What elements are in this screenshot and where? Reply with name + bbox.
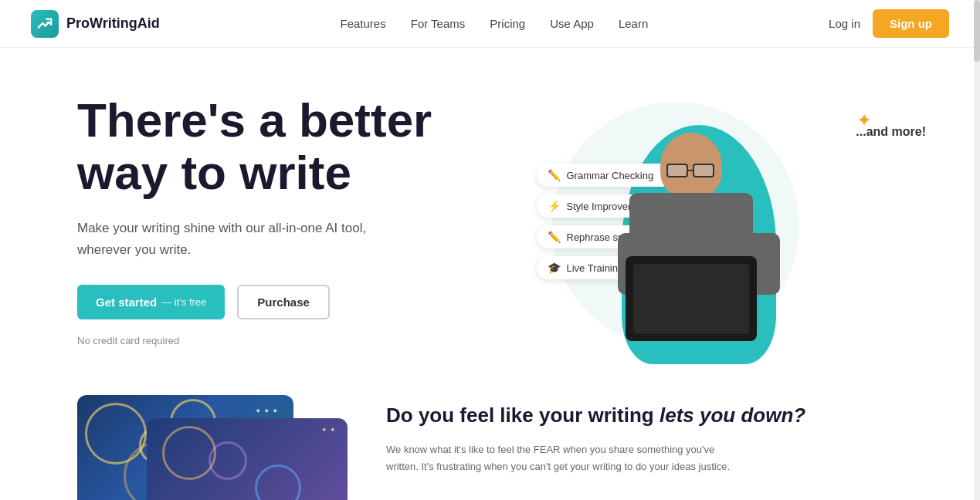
feature-tag-grammar: ✏️ Grammar Checking [537,164,677,187]
laptop [626,256,757,341]
style-icon: ⚡ [548,200,561,212]
bottom-section: ✦ ✦ ✦ ✦ ✦ ✦ ✦ My idea in my head Do you … [0,380,980,500]
starry-night-card-front: ✦ ✦ [147,418,348,500]
free-label: — it's free [161,296,206,308]
person-head [660,133,722,198]
nav-links: Features For Teams Pricing Use App Learn [341,17,649,31]
grammar-label: Grammar Checking [567,170,654,181]
signup-button[interactable]: Sign up [873,9,949,38]
nav-actions: Log in Sign up [829,9,949,38]
purchase-button[interactable]: Purchase [237,285,330,319]
nav-learn[interactable]: Learn [619,17,648,30]
get-started-label: Get started [96,296,157,309]
no-credit-text: No credit card required [77,335,514,346]
swirl-f2 [209,441,247,480]
bottom-description: We know what it's like to feel the FEAR … [386,441,741,475]
person-illustration [614,110,784,364]
bottom-image: ✦ ✦ ✦ ✦ ✦ ✦ ✦ My idea in my head [77,395,340,500]
hero-section: There's a better way to write Make your … [0,48,980,380]
star-icon: ✦ [856,110,872,131]
grammar-icon: ✏️ [548,169,561,181]
swirl-f3 [255,465,301,500]
hero-buttons: Get started — it's free Purchase [77,285,514,319]
bottom-title: Do you feel like your writing lets you d… [386,403,949,429]
navbar: ProWritingAid Features For Teams Pricing… [0,0,980,48]
rephrase-icon: ✏️ [548,231,561,243]
training-icon: 🎓 [548,262,561,274]
hero-title: There's a better way to write [77,94,514,199]
nav-use-app[interactable]: Use App [550,17,594,30]
logo-icon [31,10,59,38]
nav-pricing[interactable]: Pricing [490,17,525,30]
brand-name: ProWritingAid [66,15,160,32]
swirl-f1 [162,426,216,480]
bottom-text: Do you feel like your writing lets you d… [386,395,949,475]
hero-subtitle: Make your writing shine with our all-in-… [77,218,371,259]
scrollbar-thumb[interactable] [974,0,980,62]
get-started-button[interactable]: Get started — it's free [77,285,225,319]
hero-content: There's a better way to write Make your … [77,86,514,346]
hero-illustration: ✏️ Grammar Checking ⚡ Style Improvements… [514,86,950,364]
logo[interactable]: ProWritingAid [31,10,160,38]
nav-for-teams[interactable]: For Teams [411,17,466,30]
login-link[interactable]: Log in [829,17,860,30]
nav-features[interactable]: Features [341,17,386,30]
scrollbar[interactable] [974,0,980,500]
